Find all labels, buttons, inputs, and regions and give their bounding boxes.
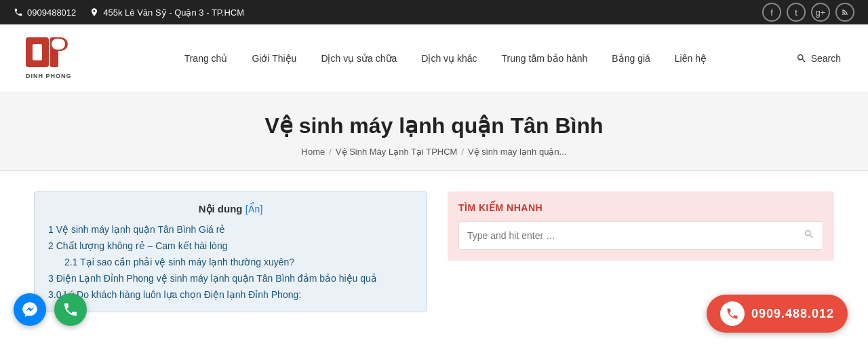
phone-icon	[14, 7, 23, 17]
site-header: DINH PHONG Trang chủ Giới Thiệu Dịch vụ …	[0, 24, 868, 92]
site-logo[interactable]: DINH PHONG	[20, 31, 81, 86]
breadcrumb-sep-1: /	[329, 147, 332, 157]
breadcrumb-sep-2: /	[461, 147, 464, 157]
toc-item-3: 3 Điện Lạnh Đỉnh Phong vệ sinh máy lạnh …	[48, 272, 413, 284]
toc-header: Nội dung [Ẩn]	[48, 203, 413, 215]
call-bar-phone-icon	[726, 307, 739, 320]
sidebar-search-title: TÌM KIẾM NHANH	[458, 202, 823, 213]
location-icon	[90, 7, 99, 17]
phone-float-icon	[62, 301, 79, 318]
nav-bang-gia[interactable]: Bảng giá	[599, 53, 662, 64]
main-nav: Trang chủ Giới Thiệu Dịch vụ sửa chữa Dị…	[102, 53, 789, 64]
rss-icon[interactable]	[835, 3, 854, 22]
toc-link-2-1[interactable]: 2.1 Tại sao cần phải vệ sinh máy lạnh th…	[64, 257, 294, 267]
page-title-section: Vệ sinh máy lạnh quận Tân Bình Home / Vệ…	[0, 92, 868, 171]
search-label: Search	[811, 53, 841, 64]
toc-link-3-0[interactable]: 3.0 Lý Do khách hàng luôn lựa chọn Điện …	[48, 289, 301, 300]
phone-info: 0909488012	[14, 7, 76, 18]
page-title: Vệ sinh máy lạnh quận Tân Bình	[14, 113, 854, 138]
top-bar: 0909488012 455k Lê Văn Sỹ - Quận 3 - TP.…	[0, 0, 868, 24]
search-button[interactable]: Search	[789, 53, 848, 64]
toc-link-1[interactable]: 1 Vệ sinh máy lạnh quận Tân Bình Giá rẻ	[48, 224, 225, 235]
toc-item-2-1: 2.1 Tại sao cần phải vệ sinh máy lạnh th…	[48, 256, 413, 268]
search-submit-icon	[804, 229, 814, 240]
nav-dich-vu-khac[interactable]: Dịch vụ khác	[409, 53, 489, 64]
address-info: 455k Lê Văn Sỹ - Quận 3 - TP.HCM	[90, 7, 244, 18]
breadcrumb-current: Vệ sinh máy lạnh quận...	[468, 147, 566, 157]
top-bar-social: f t g+	[762, 3, 854, 22]
top-bar-left: 0909488012 455k Lê Văn Sỹ - Quận 3 - TP.…	[14, 7, 244, 18]
sidebar-search-input[interactable]	[459, 223, 795, 248]
call-bar-icon-wrap	[720, 301, 745, 326]
svg-rect-4	[52, 39, 65, 50]
toc-item-3-0: 3.0 Lý Do khách hàng luôn lựa chọn Điện …	[48, 289, 413, 301]
toc-list: 1 Vệ sinh máy lạnh quận Tân Bình Giá rẻ …	[48, 223, 413, 301]
toc-item-1: 1 Vệ sinh máy lạnh quận Tân Bình Giá rẻ	[48, 223, 413, 236]
sidebar-search-box: TÌM KIẾM NHANH	[448, 191, 834, 261]
call-bar-number: 0909.488.012	[751, 307, 834, 321]
toc-link-3[interactable]: 3 Điện Lạnh Đỉnh Phong vệ sinh máy lạnh …	[48, 273, 377, 284]
messenger-icon	[21, 301, 39, 318]
breadcrumb: Home / Vệ Sinh Máy Lạnh Tại TPHCM / Vệ s…	[14, 147, 854, 157]
twitter-icon[interactable]: t	[787, 3, 806, 22]
toc-link-2[interactable]: 2 Chất lượng không rẻ – Cam kết hài lòng	[48, 240, 227, 251]
breadcrumb-ve-sinh[interactable]: Vệ Sinh Máy Lạnh Tại TPHCM	[336, 147, 458, 157]
toc-toggle[interactable]: [Ẩn]	[245, 204, 263, 215]
nav-trung-tam-bao-hanh[interactable]: Trung tâm bảo hành	[490, 53, 600, 64]
breadcrumb-home[interactable]: Home	[302, 147, 326, 157]
sidebar-search-submit[interactable]	[795, 222, 823, 249]
sidebar-search-wrap	[458, 221, 823, 250]
nav-trang-chu[interactable]: Trang chủ	[172, 53, 240, 64]
svg-rect-1	[33, 44, 42, 60]
messenger-float-button[interactable]	[14, 293, 46, 326]
googleplus-icon[interactable]: g+	[811, 3, 830, 22]
toc-item-2: 2 Chất lượng không rẻ – Cam kết hài lòng	[48, 240, 413, 252]
nav-dich-vu-sua-chua[interactable]: Dịch vụ sửa chữa	[309, 53, 409, 64]
search-icon	[796, 53, 807, 64]
facebook-icon[interactable]: f	[762, 3, 781, 22]
svg-text:DINH PHONG: DINH PHONG	[26, 73, 72, 79]
phone-float-button[interactable]	[54, 293, 87, 326]
nav-lien-he[interactable]: Liên hệ	[663, 53, 719, 64]
toc-box: Nội dung [Ẩn] 1 Vệ sinh máy lạnh quận Tâ…	[34, 191, 427, 312]
call-float-bar[interactable]: 0909.488.012	[707, 295, 848, 333]
nav-gioi-thieu[interactable]: Giới Thiệu	[239, 53, 309, 64]
